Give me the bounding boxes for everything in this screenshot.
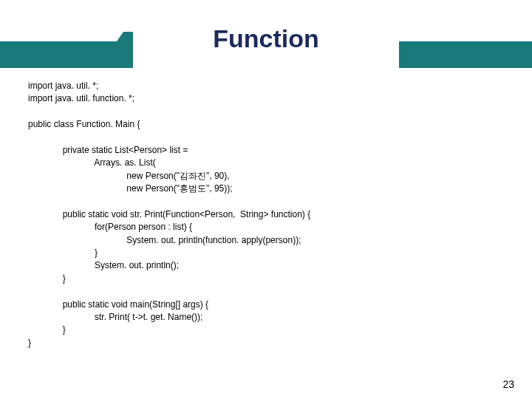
page-number: 23: [502, 378, 514, 390]
code-line: for(Person person : list) {: [28, 222, 192, 232]
code-line: str. Print( t->t. get. Name());: [28, 312, 202, 322]
slide: Function import java. util. *; import ja…: [0, 0, 532, 399]
code-line: public static void str. Print(Function<P…: [28, 209, 310, 219]
code-line: import java. util. *;: [28, 81, 98, 91]
code-line: }: [28, 338, 31, 348]
code-line: public static void main(String[] args) {: [28, 299, 208, 310]
code-line: new Person("홍범도", 95));: [28, 183, 233, 194]
code-line: }: [28, 248, 98, 258]
code-line: import java. util. function. *;: [28, 93, 134, 103]
code-line: Arrays. as. List(: [28, 157, 156, 168]
code-line: }: [28, 273, 66, 284]
code-line: System. out. println();: [28, 260, 179, 270]
code-block: import java. util. *; import java. util.…: [28, 80, 510, 349]
code-line: }: [28, 324, 66, 335]
code-line: private static List<Person> list =: [28, 145, 188, 155]
code-line: System. out. println(function. apply(per…: [28, 235, 301, 245]
code-line: new Person("김좌진", 90),: [28, 171, 230, 181]
code-line: public class Function. Main {: [28, 119, 140, 129]
slide-title: Function: [213, 24, 319, 53]
title-container: Function: [133, 9, 399, 68]
